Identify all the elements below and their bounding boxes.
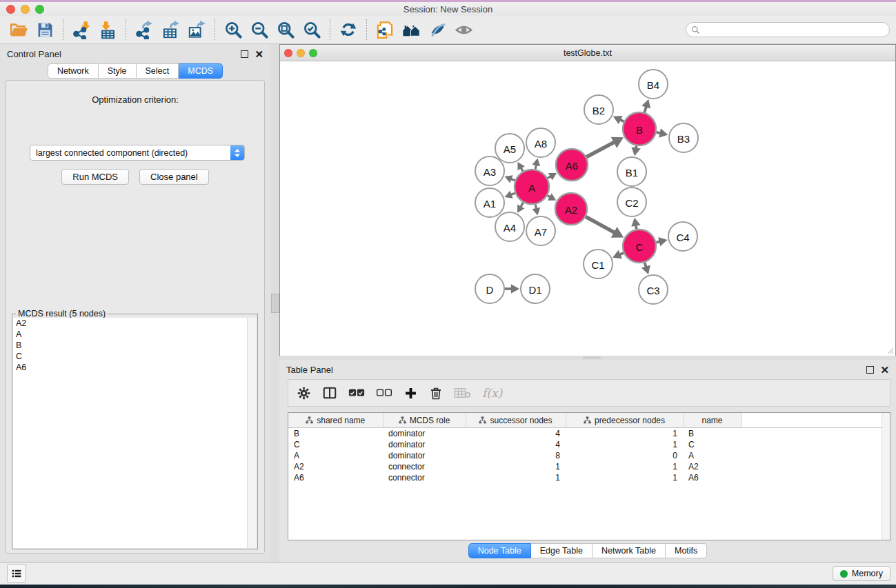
close-panel-icon[interactable]: ✕ (255, 49, 263, 59)
table-cell[interactable]: dominator (383, 450, 466, 461)
search-input[interactable] (700, 24, 889, 35)
table-cell[interactable]: C (683, 439, 741, 450)
edge-A-A3[interactable] (505, 175, 515, 183)
table-row[interactable]: Cdominator41C (288, 439, 890, 450)
table-cell[interactable]: A6 (683, 472, 741, 483)
table-cell[interactable]: connector (383, 461, 466, 472)
zoom-in-button[interactable] (220, 18, 246, 41)
table-scrollbar[interactable] (882, 413, 890, 540)
resize-grip-icon[interactable] (886, 346, 894, 354)
table-row[interactable]: A2connector11A2 (288, 461, 890, 472)
tab-edge-table[interactable]: Edge Table (531, 543, 593, 558)
node-C[interactable]: C (623, 230, 656, 263)
close-panel-button[interactable]: Close panel (139, 169, 209, 185)
save-session-button[interactable] (32, 18, 58, 41)
edge-B-B3[interactable] (656, 128, 668, 137)
tab-node-table[interactable]: Node Table (468, 543, 531, 558)
table-cell[interactable]: B (288, 428, 383, 440)
node-B2[interactable]: B2 (584, 95, 613, 124)
zoom-selected-button[interactable] (299, 18, 325, 41)
table-cell[interactable]: A2 (288, 461, 383, 472)
splitter-handle[interactable] (271, 294, 279, 313)
column-header[interactable]: name (683, 413, 741, 428)
run-mcds-button[interactable]: Run MCDS (61, 169, 129, 185)
tab-select[interactable]: Select (137, 63, 179, 79)
table-cell[interactable]: 1 (566, 461, 683, 472)
node-A4[interactable]: A4 (495, 212, 524, 241)
edge-A-A6[interactable] (548, 173, 557, 180)
memory-button[interactable]: Memory (833, 566, 890, 581)
edge-A6-B[interactable] (586, 137, 624, 157)
table-cell[interactable]: 4 (466, 428, 566, 440)
tab-motifs[interactable]: Motifs (666, 543, 707, 558)
edge-A2-C[interactable] (586, 216, 624, 237)
table-cell[interactable]: 0 (566, 450, 683, 461)
edge-C-C4[interactable] (656, 237, 667, 246)
network-document-button[interactable] (372, 18, 398, 41)
node-C3[interactable]: C3 (639, 275, 668, 304)
show-columns-button[interactable] (322, 385, 337, 401)
edge-A-A4[interactable] (517, 203, 524, 213)
splitter-handle[interactable] (583, 356, 601, 359)
float-panel-icon[interactable] (866, 366, 874, 374)
node-A1[interactable]: A1 (475, 188, 504, 217)
tab-style[interactable]: Style (99, 63, 137, 79)
node-A6[interactable]: A6 (556, 149, 588, 181)
node-B[interactable]: B (623, 112, 656, 145)
column-header[interactable]: predecessor nodes (566, 413, 683, 428)
add-row-button[interactable] (404, 386, 418, 401)
table-cell[interactable]: A2 (683, 461, 741, 472)
node-A8[interactable]: A8 (526, 128, 555, 157)
column-header[interactable]: successor nodes (466, 413, 566, 428)
node-C1[interactable]: C1 (584, 250, 613, 278)
tab-mcds[interactable]: MCDS (179, 63, 223, 79)
edge-D-D1[interactable] (505, 284, 519, 294)
table-settings-button[interactable] (297, 386, 311, 401)
tab-network[interactable]: Network (48, 63, 99, 79)
criterion-dropdown[interactable]: largest connected component (directed) (30, 145, 245, 161)
zoom-fit-button[interactable] (272, 18, 299, 41)
open-session-button[interactable] (6, 18, 32, 41)
node-A2[interactable]: A2 (555, 193, 587, 225)
node-D[interactable]: D (475, 274, 504, 303)
result-item[interactable]: A (13, 329, 257, 340)
table-cell[interactable]: 1 (466, 461, 566, 472)
delete-row-button[interactable] (429, 386, 443, 401)
edge-B-B2[interactable] (613, 116, 624, 124)
column-header[interactable]: MCDS role (383, 413, 466, 428)
task-history-button[interactable] (7, 564, 26, 583)
export-network-button[interactable] (131, 18, 157, 41)
result-item[interactable]: B (13, 340, 257, 351)
tab-network-table[interactable]: Network Table (593, 543, 666, 558)
result-scrollbar[interactable] (247, 318, 257, 548)
node-A[interactable]: A (515, 170, 549, 204)
close-panel-icon[interactable]: ✕ (880, 365, 889, 375)
mcds-result-list[interactable]: A2ABCA6 (13, 318, 257, 548)
table-cell[interactable]: connector (383, 472, 466, 483)
table-cell[interactable]: 4 (466, 439, 566, 450)
node-B3[interactable]: B3 (669, 123, 698, 152)
table-cell[interactable]: 1 (566, 472, 683, 483)
edge-A-A1[interactable] (505, 191, 515, 199)
show-graphics-details-button[interactable] (424, 18, 450, 41)
apply-layout-button[interactable] (335, 18, 361, 41)
result-item[interactable]: C (13, 351, 257, 362)
table-cell[interactable]: dominator (383, 428, 466, 440)
export-image-button[interactable] (183, 18, 210, 41)
edge-C-C3[interactable] (641, 263, 650, 274)
table-cell[interactable]: A (288, 450, 383, 461)
select-all-button[interactable] (348, 388, 365, 398)
export-table-button[interactable] (157, 18, 183, 41)
node-A7[interactable]: A7 (526, 216, 555, 245)
node-B1[interactable]: B1 (617, 157, 646, 186)
table-row[interactable]: Adominator80A (288, 450, 890, 461)
edge-C-C1[interactable] (613, 250, 624, 259)
edge-A-A5[interactable] (517, 162, 524, 171)
deselect-all-button[interactable] (376, 388, 392, 398)
edge-A-A8[interactable] (532, 159, 540, 170)
import-table-button[interactable] (94, 18, 121, 41)
table-cell[interactable]: 1 (566, 439, 683, 450)
import-network-button[interactable] (68, 18, 94, 41)
node-C4[interactable]: C4 (668, 222, 697, 251)
edge-B-B1[interactable] (631, 146, 640, 156)
